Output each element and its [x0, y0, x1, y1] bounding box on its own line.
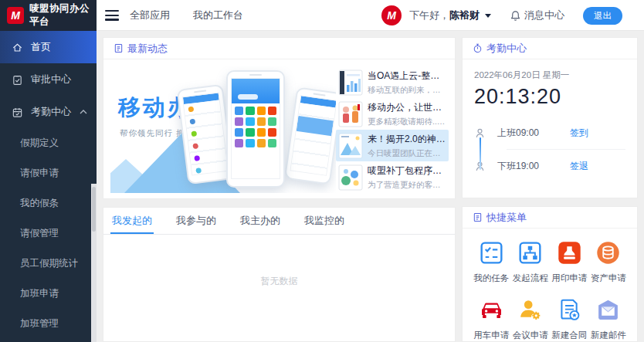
attendance-panel: 考勤中心 2022年06月20日 星期一 20:13:20 上班09:00 签到: [462, 37, 638, 198]
mail-icon: [595, 297, 621, 323]
quick-item-new-contract[interactable]: 新建合同: [550, 297, 589, 341]
news-thumb-figures-icon: [338, 101, 363, 127]
quick-item-meeting-request[interactable]: 会议申请: [511, 297, 551, 341]
sidebar-subitem-overtime-management[interactable]: 加班管理: [0, 309, 97, 339]
quick-item-label: 资产申请: [591, 273, 626, 284]
chevron-down-icon[interactable]: [485, 14, 491, 18]
nav-all-apps[interactable]: 全部应用: [130, 8, 170, 22]
sidebar: 首页 审批中心 考勤中心 假期定义 请假申请 我的假条 请假管理 员工假期统计 …: [0, 31, 97, 342]
sidebar-item-attendance-center[interactable]: 考勤中心: [0, 96, 97, 128]
my-processes-panel: 我发起的 我参与的 我主办的 我监控的 暂无数据: [103, 207, 456, 342]
quick-item-label: 发起流程: [513, 273, 548, 284]
quick-item-seal-request[interactable]: 用印申请: [550, 240, 589, 284]
message-center-button[interactable]: 消息中心: [510, 8, 564, 22]
phone-mockup-right: [284, 86, 336, 185]
tab-participated-by-me[interactable]: 我参与的: [175, 208, 218, 234]
attendance-clock: 20:13:20: [474, 85, 625, 109]
check-in-time-label: 上班09:00: [497, 127, 539, 140]
bell-icon: [510, 10, 521, 22]
sidebar-subitem-leave-request[interactable]: 请假申请: [0, 158, 97, 188]
tab-initiated-by-me[interactable]: 我发起的: [110, 208, 154, 234]
sidebar-item-label: 首页: [31, 40, 51, 54]
check-out-time-label: 下班19:00: [497, 160, 539, 173]
sidebar-scrollbar[interactable]: [91, 184, 97, 342]
news-list-item[interactable]: 移动办公，让世界触手可 更多精彩敬请期待.......: [336, 98, 449, 130]
check-in-link[interactable]: 签到: [570, 127, 588, 140]
car-icon: [479, 297, 504, 323]
quick-item-label: 新建邮件: [591, 330, 626, 341]
username: 陈裕财: [449, 9, 480, 21]
news-title: 移动办公，让世界触手可: [368, 101, 446, 114]
sidebar-subitem-overtime-request[interactable]: 加班申请: [0, 279, 97, 309]
quick-item-label: 用印申请: [551, 273, 587, 284]
news-list-item[interactable]: 当OA遇上云-整个协同OA 移动互联的到来，让OA与云: [336, 66, 449, 98]
news-title: 当OA遇上云-整个协同OA: [368, 69, 446, 83]
news-subtitle: 今日唛盟团队正在加班加点，: [368, 148, 446, 159]
news-subtitle: 更多精彩敬请期待.......: [368, 117, 446, 127]
logout-button[interactable]: 退出: [583, 7, 622, 25]
quick-item-asset-request[interactable]: 资产申请: [589, 240, 629, 284]
sidebar-item-approval-center[interactable]: 审批中心: [0, 63, 97, 96]
user-avatar[interactable]: M: [381, 5, 402, 25]
greeting-text: 下午好，: [409, 9, 449, 21]
document-icon: [114, 43, 124, 53]
news-list: 当OA遇上云-整个协同OA 移动互联的到来，让OA与云: [336, 66, 449, 193]
empty-state-text: 暂无数据: [103, 275, 455, 288]
message-center-label: 消息中心: [524, 8, 564, 22]
quick-item-new-mail[interactable]: 新建邮件: [589, 297, 629, 341]
attendance-icon: [12, 107, 23, 118]
quick-item-start-process[interactable]: 发起流程: [511, 240, 551, 284]
tab-hosted-by-me[interactable]: 我主办的: [239, 208, 282, 234]
app-logo: M 唛盟协同办公平台: [0, 0, 97, 31]
news-thumb-circles-icon: [338, 164, 363, 191]
quick-item-vehicle-request[interactable]: 用车申请: [472, 297, 511, 341]
sidebar-subitem-employee-holiday-stats[interactable]: 员工假期统计: [0, 249, 97, 279]
process-tabs: 我发起的 我参与的 我主办的 我监控的: [103, 208, 455, 235]
top-nav: 全部应用 我的工作台: [130, 0, 243, 31]
quick-menu-panel: 快捷菜单 我的任务: [462, 206, 638, 342]
document-icon: [473, 212, 483, 222]
check-in-row: 上班09:00 签到: [474, 117, 625, 149]
menu-toggle-icon[interactable]: [105, 10, 119, 21]
news-list-item-highlighted[interactable]: 来！揭开2.0的神秘面纱- 今日唛盟团队正在加班加点，: [336, 130, 449, 161]
news-subtitle: 移动互联的到来，让OA与云: [368, 85, 446, 96]
quick-item-label: 会议申请: [513, 330, 548, 341]
tab-monitored-by-me[interactable]: 我监控的: [303, 208, 346, 234]
quick-item-label: 我的任务: [473, 273, 509, 284]
check-out-link[interactable]: 签退: [570, 160, 588, 173]
news-thumb-mountain-icon: [338, 133, 363, 159]
user-greeting[interactable]: 下午好，陈裕财: [409, 8, 480, 22]
news-list-item[interactable]: 唛盟补丁包程序更新 为了营造更好的客户体验，唛: [336, 161, 449, 193]
panel-title-attendance: 考勤中心: [486, 42, 527, 56]
sidebar-scrollbar-thumb[interactable]: [92, 187, 96, 232]
asset-icon: [595, 240, 621, 266]
sidebar-subitem-holiday-definition[interactable]: 假期定义: [0, 128, 97, 158]
quick-item-label: 新建合同: [551, 330, 587, 341]
promo-banner: 移动办公 帮你领先同行 把工作带出办公室: [110, 66, 336, 193]
approval-icon: [12, 74, 23, 86]
latest-news-panel: 最新动态 移动办公 帮你领先同行 把工作带出办公室: [103, 37, 456, 199]
meeting-icon: [517, 297, 543, 323]
sidebar-item-home[interactable]: 首页: [0, 31, 97, 63]
flow-icon: [517, 240, 543, 266]
home-icon: [12, 42, 23, 53]
quick-item-label: 用车申请: [473, 330, 509, 341]
stopwatch-icon: [473, 43, 483, 53]
task-icon: [479, 240, 504, 266]
sidebar-item-label: 审批中心: [31, 73, 71, 86]
chevron-up-icon: [80, 110, 87, 114]
news-subtitle: 为了营造更好的客户体验，唛: [368, 180, 446, 191]
panel-title-latest-news: 最新动态: [127, 42, 168, 56]
quick-item-my-tasks[interactable]: 我的任务: [472, 240, 511, 284]
top-header: M 唛盟协同办公平台 全部应用 我的工作台 M 下午好，陈裕财 消息中心 退出: [0, 0, 644, 31]
sidebar-subitem-leave-management[interactable]: 请假管理: [0, 218, 97, 249]
news-thumb-chart-icon: [338, 69, 363, 96]
news-title: 来！揭开2.0的神秘面纱-: [368, 133, 446, 146]
app-title: 唛盟协同办公平台: [29, 2, 97, 29]
stamp-icon: [557, 240, 582, 266]
attendance-date: 2022年06月20日 星期一: [474, 69, 625, 81]
nav-my-workbench[interactable]: 我的工作台: [193, 8, 243, 22]
brand-logo-icon: M: [7, 7, 24, 24]
sidebar-subitem-my-leave-notes[interactable]: 我的假条: [0, 188, 97, 218]
timeline-connector: [480, 137, 481, 170]
